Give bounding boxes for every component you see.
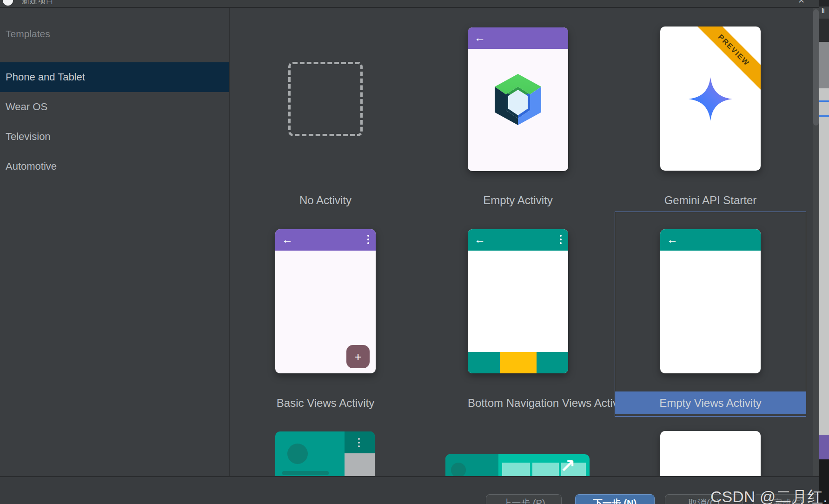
thumb-bottom-nav-active — [500, 352, 537, 373]
template-thumb-empty-activity[interactable]: ← — [468, 27, 568, 171]
scrollbar-thumb[interactable] — [813, 9, 819, 126]
thumb-gray-block — [345, 453, 375, 476]
sidebar-item-wear-os[interactable]: Wear OS — [0, 92, 229, 122]
background-window-edge: li — [819, 0, 829, 504]
avatar-circle — [451, 463, 466, 476]
template-label-gemini-api-starter[interactable]: Gemini API Starter — [660, 194, 761, 207]
templates-sidebar: Templates Phone and Tablet Wear OS Telev… — [0, 8, 229, 476]
partial-template-thumb-3[interactable] — [660, 431, 761, 476]
thumb-tile — [502, 463, 530, 476]
template-thumb-bottom-navigation-views-activity[interactable]: ← — [468, 229, 568, 373]
sidebar-header: Templates — [6, 28, 50, 40]
thumb-text-line — [282, 471, 329, 475]
thumb-appbar: ← — [660, 229, 761, 251]
kebab-menu-icon — [358, 438, 360, 447]
new-project-dialog: 新建项目 ✕ Templates Phone and Tablet Wear O… — [0, 0, 829, 504]
window-title: 新建项目 — [22, 0, 53, 6]
sidebar-divider — [229, 8, 230, 476]
jetpack-compose-logo — [495, 74, 541, 125]
thumb-appbar: ← — [468, 229, 568, 251]
avatar-circle — [287, 444, 308, 464]
template-label-basic-views-activity[interactable]: Basic Views Activity — [275, 397, 376, 410]
template-label-empty-views-activity[interactable]: Empty Views Activity — [615, 391, 806, 414]
back-arrow-icon: ← — [474, 31, 485, 45]
kebab-menu-icon — [367, 235, 369, 244]
back-arrow-icon: ← — [474, 232, 485, 246]
sidebar-item-label: Automotive — [6, 160, 57, 172]
sidebar-item-label: Wear OS — [6, 101, 47, 113]
dialog-titlebar: 新建项目 ✕ — [0, 0, 829, 8]
csdn-watermark: CSDN @二月红. — [710, 486, 828, 504]
kebab-menu-icon — [560, 235, 562, 244]
partial-template-thumb-2[interactable]: ↗ — [445, 454, 590, 476]
template-thumb-no-activity[interactable] — [288, 62, 363, 136]
thumb-bottom-nav — [468, 352, 568, 373]
fab-plus-icon: + — [346, 345, 370, 368]
back-arrow-icon: ← — [667, 232, 678, 246]
back-arrow-icon: ← — [282, 232, 293, 246]
sidebar-item-automotive[interactable]: Automotive — [0, 152, 229, 181]
sidebar-item-phone-and-tablet[interactable]: Phone and Tablet — [0, 62, 229, 92]
template-thumb-gemini-api-starter[interactable]: PREVIEW — [660, 27, 761, 171]
sidebar-item-television[interactable]: Television — [0, 122, 229, 152]
thumb-appbar: ← — [275, 229, 376, 251]
close-icon[interactable]: ✕ — [798, 0, 805, 5]
previous-button[interactable]: 上一步 (P) — [486, 494, 562, 504]
launch-arrow-icon: ↗ — [560, 455, 576, 476]
app-icon — [3, 0, 13, 6]
next-button[interactable]: 下一步 (N) — [575, 494, 655, 504]
template-label-bottom-navigation-views-activity[interactable]: Bottom Navigation Views Activity — [468, 397, 568, 410]
background-edge-text: li — [819, 7, 829, 19]
partial-template-thumb-1[interactable] — [275, 431, 375, 476]
template-label-empty-activity[interactable]: Empty Activity — [468, 194, 568, 207]
sidebar-item-label: Phone and Tablet — [6, 71, 85, 83]
gemini-sparkle-icon — [688, 76, 733, 122]
template-label-no-activity[interactable]: No Activity — [275, 194, 376, 207]
sidebar-item-label: Television — [6, 131, 51, 143]
template-thumb-empty-views-activity[interactable]: ← — [660, 229, 761, 373]
thumb-appbar: ← — [468, 27, 568, 49]
selected-template-empty-views-activity[interactable]: ← Empty Views Activity — [615, 212, 806, 417]
template-thumb-basic-views-activity[interactable]: ← + — [275, 229, 376, 373]
thumb-tile — [532, 463, 559, 476]
